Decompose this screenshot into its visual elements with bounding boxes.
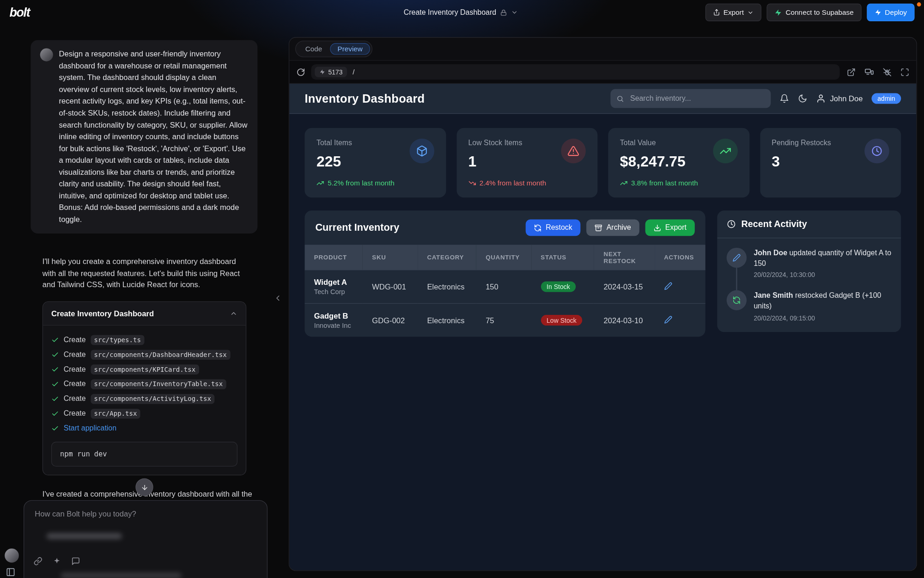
lock-icon [500, 9, 507, 16]
dashboard-header: Inventory Dashboard John Doe admin [289, 84, 916, 114]
tab-code[interactable]: Code [298, 43, 330, 55]
deploy-button[interactable]: Deploy [867, 4, 915, 21]
artifact-step[interactable]: Create src/types.ts [51, 332, 237, 347]
kpi-delta-text: 3.8% from last month [631, 178, 698, 187]
activity-timestamp: 20/02/2024, 09:15:00 [754, 314, 891, 321]
artifact-step[interactable]: Create src/components/DashboardHeader.ts… [51, 347, 237, 362]
inventory-card-header: Current Inventory Restock Archive [304, 210, 705, 245]
kpi-card-pending-restocks: Pending Restocks 3 [760, 128, 901, 198]
kpi-label: Low Stock Items [468, 139, 546, 147]
chat-input[interactable] [34, 508, 260, 523]
enhance-prompt-icon[interactable] [53, 557, 61, 566]
search-input[interactable] [629, 94, 765, 103]
step-file-chip[interactable]: src/components/DashboardHeader.tsx [91, 350, 231, 360]
download-icon [653, 224, 661, 232]
user-menu[interactable]: John Doe [816, 94, 863, 103]
user-name: John Doe [830, 94, 863, 103]
archive-button[interactable]: Archive [586, 219, 639, 236]
activity-item: Jane Smith restocked Gadget B (+100 unit… [727, 290, 892, 322]
product-quantity[interactable]: 150 [476, 270, 531, 304]
activity-actor: Jane Smith [754, 291, 795, 300]
tab-preview[interactable]: Preview [330, 43, 371, 55]
project-title: Create Inventory Dashboard [404, 8, 496, 17]
chat-mode-icon[interactable] [71, 557, 80, 566]
bell-icon[interactable] [780, 94, 789, 103]
step-action: Create [64, 336, 86, 344]
artifact-step[interactable]: Create src/App.tsx [51, 406, 237, 421]
activity-header: Recent Activity [717, 210, 901, 238]
sidebar-toggle-icon[interactable] [6, 567, 15, 577]
scroll-to-bottom-button[interactable] [135, 478, 153, 496]
step-file-chip[interactable]: src/components/InventoryTable.tsx [91, 379, 226, 389]
export-button[interactable]: Export [705, 4, 761, 21]
artifact-step[interactable]: Create src/components/InventoryTable.tsx [51, 377, 237, 392]
column-header-sku: SKU [363, 245, 418, 270]
artifact-step[interactable]: Create src/components/ActivityLog.tsx [51, 392, 237, 406]
role-badge: admin [872, 93, 901, 104]
chat-input-box[interactable] [24, 500, 267, 578]
open-in-new-tab-icon[interactable] [847, 68, 856, 76]
export-csv-button[interactable]: Export [645, 219, 695, 236]
url-field[interactable]: 5173 / [311, 64, 839, 80]
reload-icon[interactable] [297, 68, 305, 76]
user-avatar [40, 49, 53, 61]
blurred-suggestion [47, 533, 122, 539]
kpi-value: 225 [316, 153, 395, 170]
edit-pencil-icon[interactable] [664, 315, 672, 324]
kpi-card-low-stock: Low Stock Items 1 2.4% from last month [456, 128, 597, 198]
account-avatar[interactable] [5, 548, 19, 563]
edit-pencil-icon[interactable] [664, 282, 672, 290]
column-header-status: STATUS [531, 245, 594, 270]
user-message-text: Design a responsive and user-friendly in… [59, 49, 248, 226]
step-action: Create [64, 410, 86, 418]
responsive-devices-icon[interactable] [864, 67, 874, 76]
package-icon [409, 139, 434, 164]
restock-label: Restock [546, 223, 572, 232]
kpi-delta: 5.2% from last month [316, 178, 395, 187]
code-preview-toggle: Code Preview [295, 41, 373, 57]
kpi-value: 3 [772, 153, 831, 170]
artifact-step[interactable]: Create src/components/KPICard.tsx [51, 362, 237, 377]
preview-toolbar-icons [847, 67, 909, 76]
bug-off-icon[interactable] [883, 68, 892, 76]
search-box[interactable] [611, 89, 771, 108]
trend-up-icon [316, 179, 324, 187]
fullscreen-icon[interactable] [900, 68, 909, 76]
step-file-chip[interactable]: src/components/ActivityLog.tsx [91, 394, 215, 404]
chevron-up-icon [230, 309, 237, 317]
inventory-title: Current Inventory [315, 222, 399, 234]
connect-supabase-button[interactable]: Connect to Supabase [767, 4, 862, 21]
search-icon [617, 95, 625, 103]
inventory-table: PRODUCT SKU CATEGORY QUANTITY STATUS NEX… [304, 245, 705, 337]
table-row: Widget A Tech Corp WDG-001 Electronics 1… [304, 270, 705, 304]
artifact-header[interactable]: Create Inventory Dashboard [43, 302, 246, 326]
port-chip[interactable]: 5173 [315, 67, 347, 77]
top-bar: bolt Create Inventory Dashboard Export C… [0, 0, 924, 25]
app-window: bolt Create Inventory Dashboard Export C… [0, 0, 924, 578]
alert-triangle-icon [561, 139, 586, 164]
bolt-logo[interactable]: bolt [9, 5, 30, 19]
dashboard-title: Inventory Dashboard [304, 92, 425, 105]
product-quantity[interactable]: 75 [476, 303, 531, 337]
kpi-delta-text: 2.4% from last month [480, 178, 547, 187]
artifact-step-start-application[interactable]: Start application [51, 421, 237, 436]
product-sku: GDG-002 [363, 303, 418, 337]
dark-mode-toggle-icon[interactable] [798, 94, 808, 103]
inventory-card: Current Inventory Restock Archive [304, 210, 705, 337]
deploy-icon [874, 9, 881, 16]
kpi-delta: 3.8% from last month [620, 178, 698, 187]
user-message: Design a responsive and user-friendly in… [30, 40, 257, 234]
zap-icon [319, 69, 325, 75]
attach-link-icon[interactable] [34, 557, 43, 566]
recent-activity-card: Recent Activity John Doe updated quantit… [717, 210, 901, 332]
collapse-chat-chevron[interactable] [274, 294, 282, 302]
step-file-chip[interactable]: src/App.tsx [91, 409, 140, 419]
step-action: Create [64, 365, 86, 374]
restock-button[interactable]: Restock [526, 219, 581, 236]
step-file-chip[interactable]: src/components/KPICard.tsx [91, 364, 199, 375]
project-title-menu[interactable]: Create Inventory Dashboard [404, 0, 518, 25]
step-action: Start application [64, 424, 116, 432]
check-icon [51, 395, 59, 403]
step-file-chip[interactable]: src/types.ts [91, 335, 145, 345]
clock-icon [864, 139, 889, 164]
